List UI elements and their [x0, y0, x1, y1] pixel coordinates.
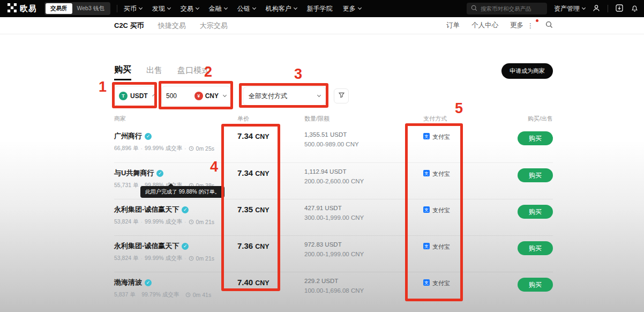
more-link[interactable]: 更多 ⋮: [510, 21, 534, 30]
advanced-filter-button[interactable]: [334, 88, 349, 103]
subnav-search-button[interactable]: [545, 21, 553, 30]
order-limit: 200.00-1,999.00 CNY: [304, 251, 423, 257]
verified-badge-icon: ✓: [182, 206, 189, 213]
chevron-down-icon: [224, 5, 228, 9]
merchant-name[interactable]: 广州商行: [114, 131, 142, 141]
crypto-select[interactable]: T USDT: [114, 86, 155, 106]
fiat-select[interactable]: ¥ CNY: [194, 92, 226, 100]
alipay-icon: 支: [423, 279, 430, 286]
verified-badge-icon: ✓: [182, 243, 189, 250]
menu-more[interactable]: 更多: [343, 4, 361, 13]
amount-filter[interactable]: ¥ CNY: [161, 86, 231, 106]
brand-name: 欧易: [20, 4, 37, 14]
exchange-mode-button[interactable]: 交易所: [46, 3, 72, 14]
quantity-limit-cell: 427.91 USDT 300.00-1,999.00 CNY: [304, 205, 423, 235]
price-currency: CNY: [255, 170, 269, 177]
download-app-button[interactable]: [615, 4, 624, 14]
payment-method: 支付宝: [432, 279, 450, 287]
price-cell: 7.34CNY: [237, 168, 304, 199]
divider: [117, 5, 117, 12]
price-currency: CNY: [255, 279, 269, 287]
payment-cell: 支 支付宝: [423, 241, 517, 272]
merchant-name[interactable]: 与U共舞商行: [114, 168, 154, 178]
clock-icon: [189, 256, 194, 261]
payment-method-select[interactable]: 全部支付方式: [243, 86, 326, 106]
crypto-select-value: USDT: [130, 92, 148, 100]
price-value: 7.40: [237, 278, 253, 287]
tab-buy[interactable]: 购买: [114, 64, 131, 80]
user-account-button[interactable]: [592, 4, 601, 14]
completion-rate: 99.99% 成交率: [145, 255, 182, 262]
search-input[interactable]: [481, 5, 543, 12]
available-amount: 1,355.51 USDT: [304, 131, 423, 138]
menu-finance[interactable]: 金融: [209, 4, 227, 13]
buy-button[interactable]: 购买: [518, 241, 553, 255]
price-value: 7.36: [237, 241, 253, 250]
tab-c2c-buy[interactable]: C2C 买币: [114, 21, 144, 31]
action-cell: 购买: [517, 278, 553, 308]
orders-link[interactable]: 订单: [446, 21, 460, 30]
search-icon: [545, 21, 553, 30]
buy-button[interactable]: 购买: [518, 168, 553, 182]
price-currency: CNY: [255, 243, 269, 250]
order-limit: 100.00-1,696.08 CNY: [304, 287, 423, 294]
menu-academy[interactable]: 新手学院: [307, 4, 333, 13]
available-amount: 972.83 USDT: [304, 241, 423, 248]
action-cell: 购买: [517, 241, 553, 272]
tab-sell[interactable]: 出售: [146, 65, 162, 80]
web3-mode-button[interactable]: Web3 钱包: [72, 3, 109, 14]
notifications-button[interactable]: [631, 4, 639, 14]
quantity-limit-cell: 1,112.94 USDT 200.00-2,600.00 CNY: [304, 168, 423, 199]
order-count: 66,896 单: [114, 145, 139, 152]
price-cell: 7.34CNY: [237, 131, 304, 162]
filter-funnel-icon: [338, 92, 345, 100]
top-navigation-bar: 欧易 交易所 Web3 钱包 买币 发现 交易 金融 公链 机构客户 新手学院 …: [0, 0, 644, 17]
search-icon: [471, 4, 477, 13]
payment-method: 支付宝: [432, 133, 450, 141]
fiat-select-value: CNY: [205, 92, 219, 100]
merchant-name[interactable]: 渤海清波: [114, 278, 142, 287]
payment-select-value: 全部支付方式: [249, 92, 287, 101]
tab-express-trade[interactable]: 快捷交易: [158, 21, 186, 31]
verified-badge-icon: ✓: [156, 170, 163, 177]
quantity-limit-cell: 972.83 USDT 200.00-1,999.00 CNY: [304, 241, 423, 272]
release-time: 0m 21s: [196, 219, 214, 225]
merchant-cell: 永利集团-诚信赢天下 ✓ 53,824 单 · 99.99% 成交率 · 0m …: [114, 205, 237, 235]
menu-chain[interactable]: 公链: [237, 4, 256, 13]
tab-block-trade[interactable]: 大宗交易: [200, 21, 228, 31]
completion-rate: 99.99% 成交率: [145, 145, 182, 152]
menu-institutions[interactable]: 机构客户: [266, 4, 297, 13]
available-amount: 427.91 USDT: [304, 205, 423, 211]
alipay-icon: 支: [423, 243, 430, 249]
menu-discover[interactable]: 发现: [152, 4, 170, 13]
profile-link[interactable]: 个人中心: [471, 21, 498, 30]
buy-button[interactable]: 购买: [518, 205, 553, 219]
download-app-icon: [615, 4, 624, 14]
become-merchant-button[interactable]: 申请成为商家: [501, 63, 553, 79]
offer-row: 永利集团-诚信赢天下 ✓ 53,824 单 · 99.99% 成交率 · 0m …: [114, 199, 553, 235]
notification-dot: [536, 19, 538, 22]
merchant-name[interactable]: 永利集团-诚信赢天下: [114, 205, 179, 214]
chevron-down-icon: [139, 5, 143, 9]
menu-buy-crypto[interactable]: 买币: [124, 4, 142, 13]
merchant-cell: 广州商行 ✓ 66,896 单 · 99.99% 成交率 · 0m 25s: [114, 131, 237, 162]
okx-logo[interactable]: 欧易: [8, 3, 37, 14]
global-search[interactable]: [467, 3, 547, 14]
buy-button[interactable]: 购买: [518, 278, 553, 292]
tab-orderbook-mode[interactable]: 盘口模式: [177, 65, 209, 80]
merchant-name[interactable]: 永利集团-诚信赢天下: [114, 241, 179, 251]
order-count: 5,837 单: [114, 291, 136, 299]
payment-cell: 支 支付宝: [423, 168, 517, 199]
price-cell: 7.40CNY: [237, 278, 304, 308]
payment-cell: 支 支付宝: [423, 131, 517, 162]
price-cell: 7.36CNY: [237, 241, 304, 272]
assets-menu[interactable]: 资产管理: [554, 4, 585, 13]
menu-trade[interactable]: 交易: [181, 4, 199, 13]
alipay-icon: 支: [423, 133, 430, 139]
buy-button[interactable]: 购买: [518, 131, 553, 145]
merchant-stats: 5,837 单 · 99.79% 成交率 · 0m 41s: [114, 291, 237, 299]
offers-table-body: 广州商行 ✓ 66,896 单 · 99.99% 成交率 · 0m 25s 7.…: [114, 126, 553, 308]
amount-input[interactable]: [166, 92, 191, 100]
order-count: 53,824 单: [114, 255, 139, 262]
completion-rate: 99.79% 成交率: [141, 291, 179, 299]
